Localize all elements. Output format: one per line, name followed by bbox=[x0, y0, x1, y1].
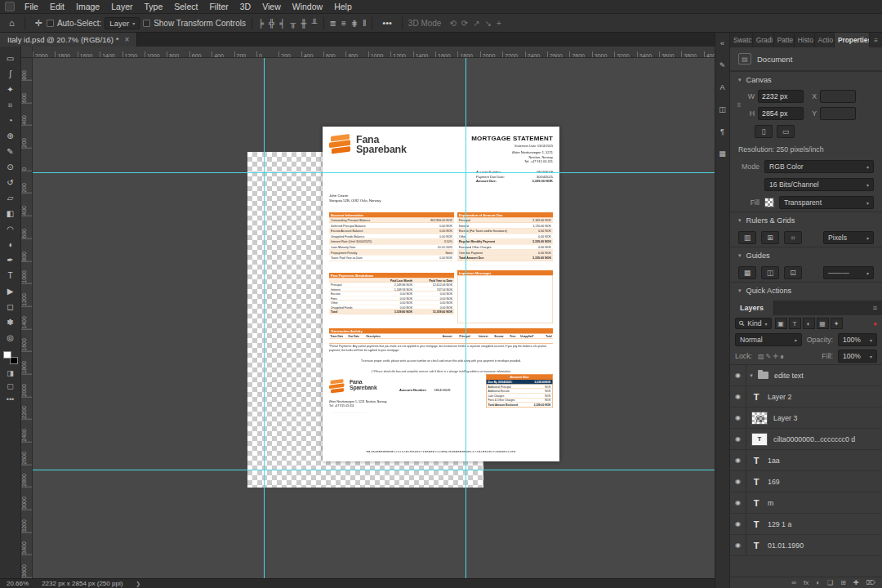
ruler-corner[interactable] bbox=[21, 47, 33, 58]
visibility-eye-icon[interactable]: ◉ bbox=[730, 408, 746, 428]
rulers-grids-section-header[interactable]: ▾ Rulers & Grids bbox=[730, 212, 882, 229]
screen-mode-icon[interactable]: ▢ bbox=[7, 382, 14, 390]
tool-button[interactable]: ✽ bbox=[2, 314, 20, 330]
close-icon[interactable]: × bbox=[124, 35, 129, 44]
panel-menu-icon[interactable]: ≡ bbox=[870, 33, 882, 47]
layer-name[interactable]: 129 1 a bbox=[766, 520, 882, 528]
layer-row[interactable]: ◉ T 129 1 a bbox=[730, 514, 882, 535]
layer-name[interactable]: edite text bbox=[773, 372, 882, 380]
color-swatches[interactable] bbox=[3, 351, 18, 364]
lock-icon[interactable]: ∎ bbox=[779, 353, 785, 360]
panel-icon[interactable]: A bbox=[719, 83, 724, 91]
toggle-rulers-icon[interactable]: ▥ bbox=[738, 231, 756, 244]
units-dropdown[interactable]: Pixels▾ bbox=[823, 231, 874, 244]
clear-guides-icon[interactable]: ⊡ bbox=[784, 266, 802, 279]
menu-item[interactable]: 3D bbox=[234, 1, 256, 12]
align-icon[interactable]: ╫ bbox=[301, 19, 306, 28]
layers-action-icon[interactable]: fx bbox=[804, 579, 808, 586]
3d-mode-icon[interactable]: ↘ bbox=[485, 19, 492, 28]
3d-mode-icon[interactable]: ↗ bbox=[473, 19, 479, 28]
vertical-guide[interactable] bbox=[264, 58, 265, 578]
menu-item[interactable]: Layer bbox=[105, 1, 138, 12]
quick-actions-section-header[interactable]: ▾ Quick Actions bbox=[730, 282, 882, 299]
ruler-horizontal[interactable]: 2000180016001400120010008006004002000200… bbox=[33, 47, 715, 58]
layer-name[interactable]: 169 bbox=[766, 478, 882, 486]
auto-select-target-dropdown[interactable]: Layer ▾ bbox=[105, 17, 140, 29]
tool-button[interactable]: ✒ bbox=[2, 252, 20, 268]
guide-style-dropdown[interactable]: ———▾ bbox=[823, 266, 874, 279]
layer-row[interactable]: ◉ T 1aa bbox=[730, 450, 882, 471]
filter-type-icon[interactable]: ✦ bbox=[831, 318, 843, 329]
orientation-landscape-button[interactable]: ▭ bbox=[777, 125, 795, 138]
document-tab[interactable]: Italy id.psd @ 20.7% (RGB/16) * × bbox=[0, 33, 137, 47]
visibility-eye-icon[interactable]: ◉ bbox=[730, 492, 746, 513]
quick-mask-icon[interactable]: ◨ bbox=[7, 369, 14, 377]
visibility-eye-icon[interactable]: ◉ bbox=[730, 535, 746, 555]
vertical-guide[interactable] bbox=[466, 58, 466, 578]
fill-dropdown[interactable]: Transparent▾ bbox=[779, 196, 874, 209]
filter-type-icon[interactable]: ▣ bbox=[775, 318, 787, 329]
toggle-grid-icon[interactable]: ⊞ bbox=[761, 231, 779, 244]
menu-item[interactable]: View bbox=[256, 1, 287, 12]
edit-toolbar-icon[interactable]: ••• bbox=[7, 395, 14, 403]
tool-button[interactable]: ⌗ bbox=[2, 97, 20, 113]
panel-icon[interactable]: ✎ bbox=[719, 61, 726, 69]
layer-name[interactable]: Layer 2 bbox=[766, 393, 882, 401]
panel-icon[interactable]: ▦ bbox=[719, 149, 726, 158]
filter-type-icon[interactable]: ◐ bbox=[803, 318, 815, 329]
layers-action-icon[interactable]: ❏ bbox=[827, 579, 833, 586]
tool-button[interactable]: ʃ bbox=[2, 66, 20, 82]
ruler-vertical[interactable]: 8006004002000200400600800100012001400160… bbox=[21, 58, 33, 578]
horizontal-guide[interactable] bbox=[33, 470, 715, 470]
home-icon[interactable]: ⌂ bbox=[5, 18, 19, 28]
visibility-eye-icon[interactable]: ◉ bbox=[730, 514, 746, 534]
lock-icon[interactable]: ✎ bbox=[765, 353, 773, 360]
horizontal-guide[interactable] bbox=[33, 172, 715, 173]
tool-button[interactable]: ✦ bbox=[2, 82, 20, 97]
layer-row[interactable]: ◉ T cilta0000000...ccccccc0 d bbox=[730, 429, 882, 450]
layer-row[interactable]: ◉ T 01.01.1990 bbox=[730, 535, 882, 556]
more-options-icon[interactable]: ••• bbox=[378, 18, 396, 28]
tool-button[interactable]: ◔ bbox=[2, 113, 20, 128]
visibility-eye-icon[interactable]: ◉ bbox=[730, 386, 746, 407]
filter-toggle-icon[interactable]: ● bbox=[873, 320, 877, 327]
menu-item[interactable]: Help bbox=[328, 1, 358, 12]
panel-menu-icon[interactable]: ≡ bbox=[873, 304, 882, 312]
align-icon[interactable]: ╥ bbox=[290, 19, 296, 28]
layer-name[interactable]: 01.01.1990 bbox=[766, 541, 882, 550]
tool-button[interactable]: ⊕ bbox=[2, 128, 20, 144]
filter-kind-dropdown[interactable]: ⚲ Kind ▾ bbox=[735, 318, 772, 329]
tool-button[interactable]: ▭ bbox=[2, 51, 20, 66]
lock-guides-icon[interactable]: ◫ bbox=[761, 266, 779, 279]
menu-item[interactable]: Select bbox=[168, 1, 203, 12]
align-icon[interactable]: ╨ bbox=[311, 19, 317, 28]
show-transform-checkbox[interactable] bbox=[143, 20, 150, 27]
color-mode-dropdown[interactable]: RGB Color▾ bbox=[764, 160, 874, 173]
layer-row[interactable]: ◉ T Layer 2 bbox=[730, 386, 882, 408]
tool-button[interactable]: ✎ bbox=[2, 144, 20, 159]
panel-icon[interactable]: « bbox=[720, 39, 724, 47]
zoom-level[interactable]: 20.66% bbox=[7, 580, 29, 587]
mortgage-statement-document[interactable]: Fana Sparebank MORTGAGE STATEMENT Statem… bbox=[323, 127, 559, 461]
distribute-icon[interactable]: ≡ bbox=[341, 19, 346, 28]
layer-row[interactable]: ◉ T 169 bbox=[730, 471, 882, 492]
tab-layers[interactable]: Layers bbox=[730, 301, 774, 315]
align-icon[interactable]: ╞ bbox=[258, 19, 264, 28]
filter-type-icon[interactable]: ▦ bbox=[817, 318, 829, 329]
layer-name[interactable]: cilta0000000...ccccccc0 d bbox=[772, 435, 882, 443]
panel-icon[interactable]: ¶ bbox=[720, 127, 724, 136]
snap-icon[interactable]: ⌗ bbox=[784, 231, 802, 244]
layer-row[interactable]: ◉ T m bbox=[730, 492, 882, 514]
canvas-section-header[interactable]: ▾ Canvas bbox=[730, 71, 882, 88]
layers-action-icon[interactable]: ⊞ bbox=[840, 579, 846, 586]
link-dimensions-icon[interactable]: ∞ bbox=[724, 101, 755, 109]
tool-button[interactable]: ▶ bbox=[2, 283, 20, 299]
menu-item[interactable]: File bbox=[19, 1, 44, 12]
height-field[interactable]: 2854 px bbox=[758, 107, 804, 120]
distribute-icon[interactable]: ‖ bbox=[363, 19, 366, 28]
tool-button[interactable]: ◎ bbox=[2, 330, 20, 345]
align-icon[interactable]: ╬ bbox=[269, 19, 274, 28]
tool-button[interactable]: ▱ bbox=[2, 190, 20, 206]
tool-button[interactable]: ↺ bbox=[2, 175, 20, 190]
blend-mode-dropdown[interactable]: Normal▾ bbox=[735, 333, 802, 346]
